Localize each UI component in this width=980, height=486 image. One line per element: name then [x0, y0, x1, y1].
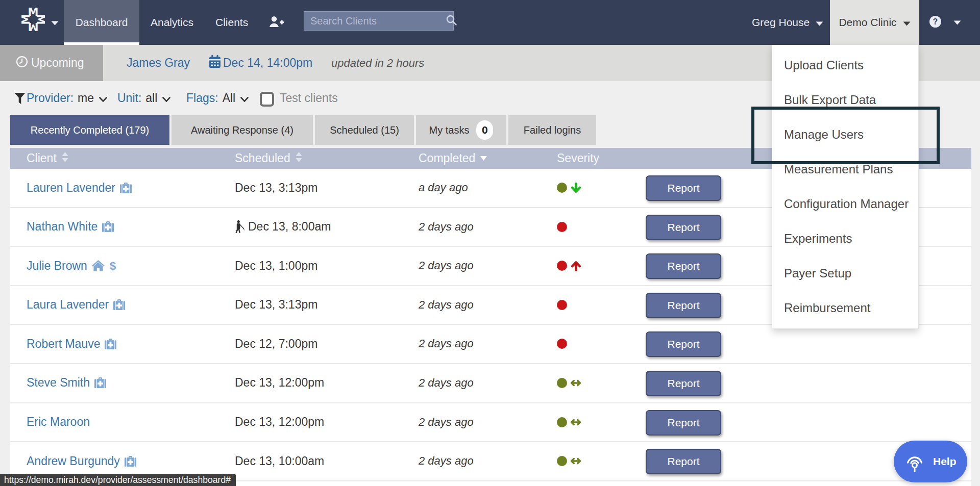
status-bar-url: https://demo.mirah.dev/provider/assessme… — [4, 475, 231, 485]
tab-label: Recently Completed (179) — [31, 124, 149, 136]
scheduled-text: Dec 13, 3:13pm — [235, 298, 317, 312]
column-header-client[interactable]: Client — [27, 148, 69, 169]
client-name: Eric Maroon — [27, 415, 90, 429]
tab-awaiting-response-4[interactable]: Awaiting Response (4) — [172, 115, 313, 145]
client-link[interactable]: Julie Brown $ — [27, 247, 116, 285]
nav-tab-analytics[interactable]: Analytics — [151, 0, 193, 45]
medkit-icon — [113, 299, 125, 310]
client-link[interactable]: Nathan White — [27, 208, 114, 246]
tab-badge: 0 — [476, 120, 493, 140]
client-link[interactable]: Lauren Lavender — [27, 169, 132, 207]
nav-tab-clients[interactable]: Clients — [215, 0, 248, 45]
client-name: Robert Mauve — [27, 337, 100, 351]
svg-text:$: $ — [110, 260, 116, 272]
help-beacon-icon — [904, 451, 925, 472]
search-clients-box — [304, 11, 454, 31]
client-name: Nathan White — [27, 220, 97, 234]
client-link[interactable]: Laura Lavender — [27, 286, 125, 324]
severity-cell — [557, 403, 581, 441]
tab-scheduled-15[interactable]: Scheduled (15) — [315, 115, 414, 145]
unit-filter[interactable]: Unit: all — [117, 81, 170, 115]
provider-filter[interactable]: Provider: me — [27, 81, 107, 115]
tab-my-tasks[interactable]: My tasks0 — [416, 115, 506, 145]
trend-flat-icon — [570, 417, 581, 428]
scheduled-cell: Dec 13, 3:13pm — [235, 286, 317, 324]
help-menu[interactable]: ? — [929, 0, 961, 45]
app-root: M M M M Dashboard Analytics Clients Greg… — [0, 0, 980, 486]
add-client-button[interactable] — [269, 0, 284, 45]
trend-flat-icon — [570, 377, 581, 389]
column-header-scheduled[interactable]: Scheduled — [235, 148, 303, 169]
severity-dot-green — [557, 183, 567, 193]
medkit-icon — [102, 221, 114, 232]
scheduled-text: Dec 13, 1:00pm — [235, 259, 317, 273]
upcoming-client-link[interactable]: James Gray — [127, 45, 190, 81]
flags-filter-value: All — [223, 91, 236, 105]
column-header-completed[interactable]: Completed — [419, 148, 487, 169]
menu-item-label: Payer Setup — [784, 266, 851, 280]
report-button[interactable]: Report — [646, 293, 721, 318]
upcoming-button[interactable]: Upcoming — [0, 45, 103, 81]
mirah-logo-icon: M M M M — [21, 8, 45, 33]
scheduled-text: Dec 13, 10:00am — [235, 454, 324, 468]
completed-text: a day ago — [419, 181, 468, 194]
brand-caret-icon — [51, 18, 59, 28]
client-link[interactable]: Robert Mauve — [27, 325, 116, 363]
scheduled-text: Dec 13, 3:13pm — [235, 181, 317, 195]
menu-item-measurement-plans[interactable]: Measurement Plans — [772, 152, 918, 187]
status-bar: https://demo.mirah.dev/provider/assessme… — [0, 474, 236, 486]
upcoming-datetime[interactable]: Dec 14, 14:00pm — [209, 45, 312, 81]
client-name: Lauren Lavender — [27, 181, 115, 195]
menu-item-label: Bulk Export Data — [784, 93, 876, 107]
severity-dot-green — [557, 417, 567, 427]
brand-menu[interactable]: M M M M — [21, 8, 59, 33]
search-clients-input[interactable] — [310, 15, 446, 27]
severity-cell — [557, 325, 567, 363]
user-menu[interactable]: Greg House — [752, 0, 823, 45]
scheduled-cell: Dec 13, 8:00am — [235, 208, 331, 246]
nav-tab-dashboard[interactable]: Dashboard — [64, 0, 139, 45]
completed-text: 2 days ago — [419, 259, 474, 272]
flags-filter-label: Flags: — [186, 91, 218, 105]
scheduled-cell: Dec 13, 10:00am — [235, 442, 324, 480]
completed-cell: 2 days ago — [419, 325, 474, 363]
menu-item-upload-clients[interactable]: Upload Clients — [772, 48, 918, 83]
menu-item-payer-setup[interactable]: Payer Setup — [772, 256, 918, 291]
help-button[interactable]: Help — [894, 441, 967, 482]
menu-item-configuration-manager[interactable]: Configuration Manager — [772, 187, 918, 221]
menu-item-experiments[interactable]: Experiments — [772, 221, 918, 256]
severity-cell — [557, 364, 581, 402]
report-button[interactable]: Report — [646, 253, 721, 279]
report-button[interactable]: Report — [646, 215, 721, 240]
report-button[interactable]: Report — [646, 410, 721, 436]
tab-label: Failed logins — [524, 124, 581, 136]
menu-item-reimbursement[interactable]: Reimbursement — [772, 291, 918, 325]
search-icon[interactable] — [446, 14, 457, 28]
severity-cell — [557, 247, 582, 285]
completed-cell: 2 days ago — [419, 208, 474, 246]
menu-item-label: Configuration Manager — [784, 197, 909, 211]
tab-label: My tasks — [429, 124, 470, 136]
clinic-menu[interactable]: Demo Clinic — [830, 0, 919, 45]
user-caret-icon — [816, 16, 823, 29]
client-link[interactable]: Steve Smith — [27, 364, 106, 402]
report-button[interactable]: Report — [646, 449, 721, 474]
menu-item-bulk-export-data[interactable]: Bulk Export Data — [772, 83, 918, 117]
severity-cell — [557, 169, 582, 207]
medkit-icon — [105, 339, 116, 349]
completed-text: 2 days ago — [419, 376, 474, 390]
report-button[interactable]: Report — [646, 371, 721, 396]
client-link[interactable]: Eric Maroon — [27, 403, 90, 441]
completed-cell: 2 days ago — [419, 247, 474, 285]
menu-item-manage-users[interactable]: Manage Users — [772, 117, 918, 152]
completed-cell: 2 days ago — [419, 286, 474, 324]
tab-recently-completed-179[interactable]: Recently Completed (179) — [10, 115, 169, 145]
blind-icon — [235, 220, 244, 234]
tab-failed-logins[interactable]: Failed logins — [508, 115, 596, 145]
report-button[interactable]: Report — [646, 175, 721, 201]
unit-filter-value: all — [145, 91, 157, 105]
flags-filter[interactable]: Flags: All — [186, 81, 249, 115]
report-button[interactable]: Report — [646, 331, 721, 357]
test-clients-checkbox[interactable] — [260, 92, 274, 107]
scheduled-text: Dec 13, 12:00pm — [235, 376, 324, 390]
